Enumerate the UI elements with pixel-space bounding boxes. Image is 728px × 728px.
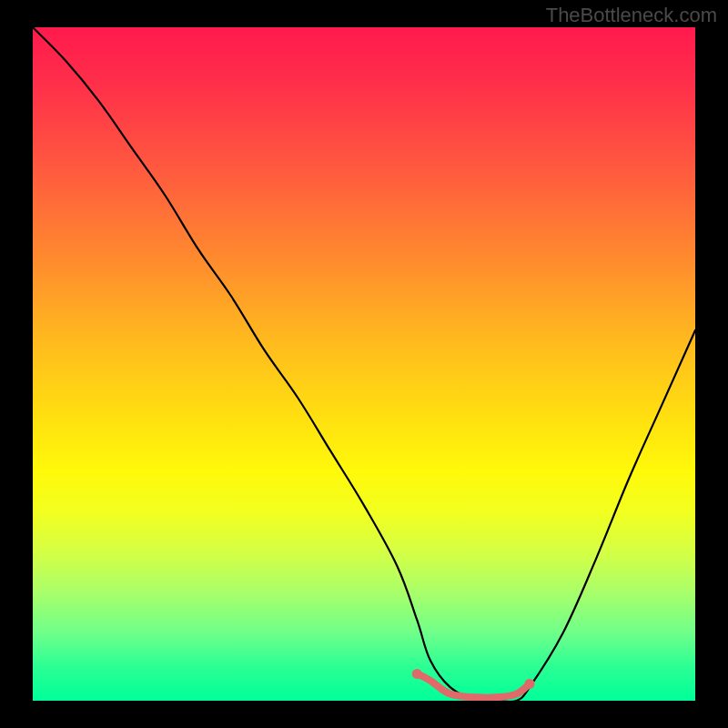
highlight-segment xyxy=(417,673,530,697)
highlight-dot xyxy=(525,679,535,689)
watermark-text: TheBottleneck.com xyxy=(546,4,717,27)
curve-svg xyxy=(33,27,695,701)
highlight-dot xyxy=(412,669,422,679)
bottleneck-curve xyxy=(33,27,695,701)
plot-area xyxy=(33,27,695,701)
